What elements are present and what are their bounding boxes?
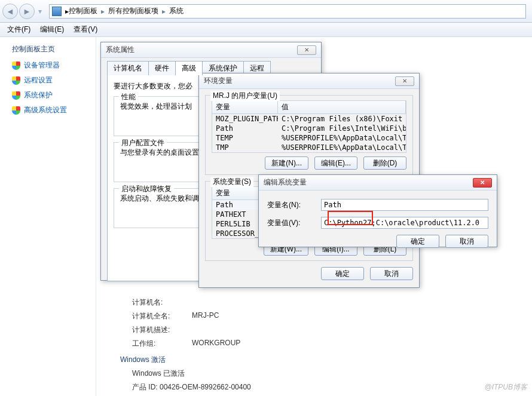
address-bar: ◄ ► ▾ ▸ 控制面板 ▸ 所有控制面板项 ▸ 系统 bbox=[0, 0, 532, 23]
crumb[interactable]: 系统 bbox=[169, 6, 184, 16]
label-var-value: 变量值(V): bbox=[267, 218, 321, 228]
sidebar-item-label: 设备管理器 bbox=[24, 60, 60, 70]
dialog-title-bar[interactable]: 环境变量 ✕ bbox=[199, 73, 419, 89]
value-activation-status: Windows 已激活 bbox=[132, 369, 185, 379]
input-var-value[interactable] bbox=[321, 217, 488, 229]
user-var-list[interactable]: MOZ_PLUGIN_PATHC:\Program Files (x86)\Fo… bbox=[212, 114, 406, 153]
label-full-name: 计算机全名: bbox=[132, 311, 192, 321]
close-icon[interactable]: ✕ bbox=[473, 178, 492, 188]
cancel-button[interactable]: 取消 bbox=[370, 267, 413, 280]
dialog-buttons: 确定 取消 bbox=[205, 267, 413, 280]
sidebar-item-device-manager[interactable]: 设备管理器 bbox=[12, 60, 96, 70]
list-header: 变量 值 bbox=[212, 100, 406, 114]
delete-button[interactable]: 删除(D) bbox=[363, 156, 406, 170]
back-button[interactable]: ◄ bbox=[2, 4, 18, 19]
group-label: 启动和故障恢复 bbox=[119, 184, 174, 194]
crumb[interactable]: 所有控制面板项 bbox=[108, 6, 158, 16]
input-var-name[interactable] bbox=[321, 199, 488, 211]
sidebar: 控制面板主页 设备管理器 远程设置 系统保护 高级系统设置 bbox=[0, 37, 96, 120]
menu-edit[interactable]: 编辑(E) bbox=[36, 23, 68, 36]
sidebar-item-label: 远程设置 bbox=[24, 75, 53, 85]
shield-icon bbox=[12, 76, 20, 85]
watermark: @ITPUB博客 bbox=[484, 382, 527, 392]
value-full-name: MRJ-PC bbox=[192, 311, 219, 321]
tab-hardware[interactable]: 硬件 bbox=[148, 61, 176, 75]
tab-computer-name[interactable]: 计算机名 bbox=[107, 61, 149, 75]
sidebar-item-remote[interactable]: 远程设置 bbox=[12, 75, 96, 85]
menu-view[interactable]: 查看(V) bbox=[70, 23, 101, 36]
dialog-title: 环境变量 bbox=[204, 76, 233, 86]
ok-button[interactable]: 确定 bbox=[396, 235, 439, 248]
crumb-sep: ▸ bbox=[101, 7, 105, 16]
group-label: 系统变量(S) bbox=[210, 177, 253, 187]
group-label: MR.J 的用户变量(U) bbox=[210, 91, 280, 101]
dialog-title: 系统属性 bbox=[106, 45, 134, 55]
control-panel-icon bbox=[52, 7, 62, 16]
new-button[interactable]: 新建(N)... bbox=[265, 156, 308, 170]
group-label: 性能 bbox=[119, 92, 138, 102]
value-workgroup: WORKGROUP bbox=[192, 339, 240, 349]
shield-icon bbox=[12, 91, 20, 100]
sidebar-item-system-protection[interactable]: 系统保护 bbox=[12, 90, 96, 100]
dialog-buttons: 确定 取消 bbox=[267, 235, 488, 248]
sidebar-item-advanced-settings[interactable]: 高级系统设置 bbox=[12, 105, 96, 115]
col-header-var[interactable]: 变量 bbox=[212, 101, 278, 113]
list-row[interactable]: TMP%USERPROFILE%\AppData\Local\Temp bbox=[212, 143, 406, 152]
list-row[interactable]: PathC:\Program Files\Intel\WiFi\bin... bbox=[212, 124, 406, 133]
forward-button[interactable]: ► bbox=[19, 4, 35, 19]
heading-activation: Windows 激活 bbox=[120, 355, 532, 365]
menu-bar: 文件(F) 编辑(E) 查看(V) bbox=[0, 23, 532, 37]
edit-button[interactable]: 编辑(E)... bbox=[314, 156, 357, 170]
label-workgroup: 工作组: bbox=[132, 339, 192, 349]
col-header-val[interactable]: 值 bbox=[278, 101, 406, 113]
field-var-value: 变量值(V): bbox=[267, 217, 488, 229]
close-icon[interactable]: ✕ bbox=[395, 76, 414, 86]
dialog-edit-var: 编辑系统变量 ✕ 变量名(N): 变量值(V): 确定 取消 bbox=[258, 174, 497, 247]
ok-button[interactable]: 确定 bbox=[321, 267, 364, 280]
menu-file[interactable]: 文件(F) bbox=[4, 23, 34, 36]
dialog-title-bar[interactable]: 编辑系统变量 ✕ bbox=[259, 175, 497, 191]
shield-icon bbox=[12, 62, 20, 70]
list-row[interactable]: TEMP%USERPROFILE%\AppData\Local\Temp bbox=[212, 133, 406, 143]
breadcrumb[interactable]: ▸ 控制面板 ▸ 所有控制面板项 ▸ 系统 bbox=[49, 4, 526, 19]
chevron-down-icon[interactable]: ▾ bbox=[38, 7, 42, 16]
label-description: 计算机描述: bbox=[132, 325, 192, 335]
cancel-button[interactable]: 取消 bbox=[445, 235, 488, 248]
close-icon[interactable]: ✕ bbox=[297, 45, 316, 55]
sidebar-item-label: 高级系统设置 bbox=[24, 105, 67, 115]
shield-icon bbox=[12, 106, 20, 115]
label-computer-name: 计算机名: bbox=[132, 297, 192, 308]
dialog-title-bar[interactable]: 系统属性 ✕ bbox=[101, 42, 321, 58]
tab-advanced[interactable]: 高级 bbox=[175, 61, 203, 75]
group-user-vars: MR.J 的用户变量(U) 变量 值 MOZ_PLUGIN_PATHC:\Pro… bbox=[205, 95, 413, 175]
label-var-name: 变量名(N): bbox=[267, 200, 321, 210]
field-var-name: 变量名(N): bbox=[267, 199, 488, 211]
button-row: 新建(N)... 编辑(E)... 删除(D) bbox=[212, 156, 406, 170]
sidebar-title[interactable]: 控制面板主页 bbox=[12, 44, 96, 54]
crumb[interactable]: 控制面板 bbox=[69, 6, 97, 16]
dialog-title: 编辑系统变量 bbox=[264, 177, 307, 188]
value-product-id: 产品 ID: 00426-OEM-8992662-00400 bbox=[132, 382, 251, 392]
group-label: 用户配置文件 bbox=[119, 138, 167, 148]
list-row[interactable]: MOZ_PLUGIN_PATHC:\Program Files (x86)\Fo… bbox=[212, 114, 406, 124]
sidebar-item-label: 系统保护 bbox=[24, 90, 53, 100]
crumb-sep: ▸ bbox=[162, 7, 166, 16]
